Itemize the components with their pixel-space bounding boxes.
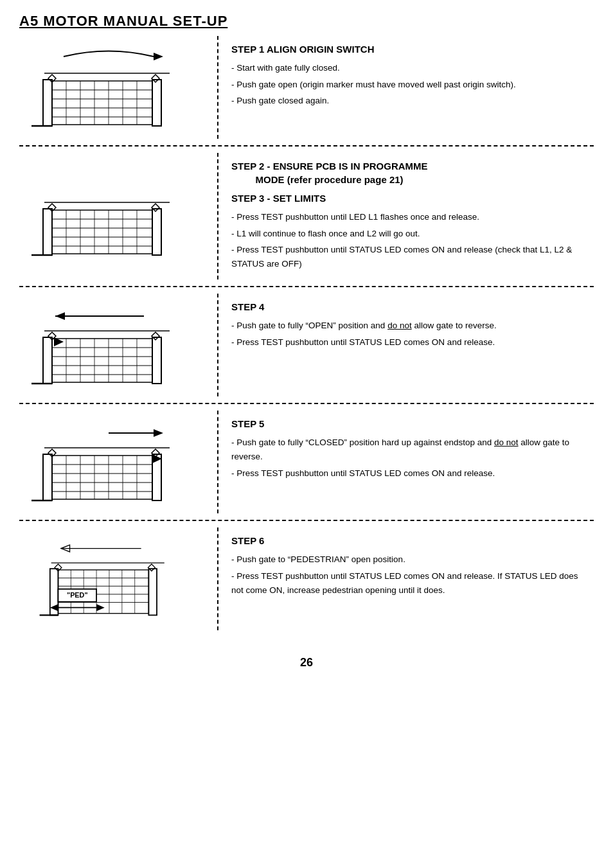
svg-rect-105 <box>152 80 161 126</box>
step1-line1: - Start with gate fully closed. <box>231 61 587 75</box>
page-title: A5 MOTOR MANUAL SET-UP <box>19 13 594 30</box>
step5-diagram <box>19 411 218 513</box>
step1-heading: STEP 1 ALIGN ORIGIN SWITCH <box>231 42 587 56</box>
step3-line1: - Press TEST pushbutton until LED L1 fla… <box>231 210 587 224</box>
step4-row: STEP 4 - Push gate to fully “OPEN” posit… <box>19 294 594 404</box>
svg-rect-121 <box>43 209 52 255</box>
step5-row: STEP 5 - Push gate to fully “CLOSED” pos… <box>19 411 594 521</box>
step6-diagram: "PED" <box>19 527 218 630</box>
step4-body: - Push gate to fully “OPEN” position and… <box>231 319 587 349</box>
step4-heading: STEP 4 <box>231 300 587 314</box>
step3-heading: STEP 3 - SET LIMITS <box>231 191 587 205</box>
step1-body: - Start with gate fully closed. - Push g… <box>231 61 587 108</box>
step5-line1: - Push gate to fully “CLOSED” position h… <box>231 436 587 463</box>
svg-marker-102 <box>154 53 163 60</box>
step4-line2: - Press TEST pushbutton until STATUS LED… <box>231 335 587 350</box>
main-layout: STEP 1 ALIGN ORIGIN SWITCH - Start with … <box>19 36 594 643</box>
svg-rect-106 <box>52 81 152 125</box>
step5-heading: STEP 5 <box>231 417 587 430</box>
step3-line3: - Press TEST pushbutton until STATUS LED… <box>231 243 587 270</box>
step5-do-not: do not <box>494 438 519 447</box>
step2-3-row: STEP 2 - ENSURE PCB IS IN PROGRAMME MODE… <box>19 153 594 287</box>
step1-diagram <box>19 36 218 139</box>
step1-line2: - Push gate open (origin marker must hav… <box>231 78 587 92</box>
svg-marker-196 <box>50 605 58 612</box>
step6-row: "PED" STEP 6 - Push gate to “PEDESTRIAN”… <box>19 527 594 637</box>
step4-do-not: do not <box>387 321 412 330</box>
svg-rect-161 <box>43 454 52 500</box>
step1-row: STEP 1 ALIGN ORIGIN SWITCH - Start with … <box>19 36 594 146</box>
step6-line2: - Press TEST pushbutton until STATUS LED… <box>231 569 587 597</box>
step6-line1: - Push gate to “PEDESTRIAN” open positio… <box>231 553 587 567</box>
svg-rect-163 <box>52 456 152 499</box>
svg-rect-122 <box>152 209 161 255</box>
step3-body: - Press TEST pushbutton until LED L1 fla… <box>231 210 587 270</box>
page-container: A5 MOTOR MANUAL SET-UP <box>19 13 594 669</box>
step4-diagram <box>19 294 218 396</box>
step2-3-diagram <box>19 153 218 279</box>
step4-line1: - Push gate to fully “OPEN” position and… <box>231 319 587 333</box>
step2-heading: STEP 2 - ENSURE PCB IS IN PROGRAMME MODE… <box>231 159 587 186</box>
step1-text: STEP 1 ALIGN ORIGIN SWITCH - Start with … <box>218 36 594 139</box>
svg-text:"PED": "PED" <box>67 592 88 599</box>
step6-text: STEP 6 - Push gate to “PEDESTRIAN” open … <box>218 527 594 630</box>
svg-rect-123 <box>52 210 152 254</box>
page-number: 26 <box>19 656 594 669</box>
svg-rect-142 <box>52 339 152 382</box>
step6-body: - Push gate to “PEDESTRIAN” open positio… <box>231 553 587 597</box>
svg-rect-141 <box>152 337 161 384</box>
svg-marker-158 <box>154 429 163 437</box>
step5-line2: - Press TEST pushbutton until STATUS LED… <box>231 466 587 481</box>
svg-rect-104 <box>43 80 52 126</box>
step5-body: - Push gate to fully “CLOSED” position h… <box>231 436 587 480</box>
svg-rect-181 <box>148 569 157 616</box>
svg-rect-140 <box>43 337 52 384</box>
step4-text: STEP 4 - Push gate to fully “OPEN” posit… <box>218 294 594 396</box>
step1-line3: - Push gate closed again. <box>231 94 587 108</box>
step6-heading: STEP 6 <box>231 534 587 547</box>
step2-3-text: STEP 2 - ENSURE PCB IS IN PROGRAMME MODE… <box>218 153 594 279</box>
svg-marker-197 <box>96 605 105 612</box>
step5-text: STEP 5 - Push gate to fully “CLOSED” pos… <box>218 411 594 513</box>
step3-line2: - L1 will continue to flash once and L2 … <box>231 227 587 241</box>
